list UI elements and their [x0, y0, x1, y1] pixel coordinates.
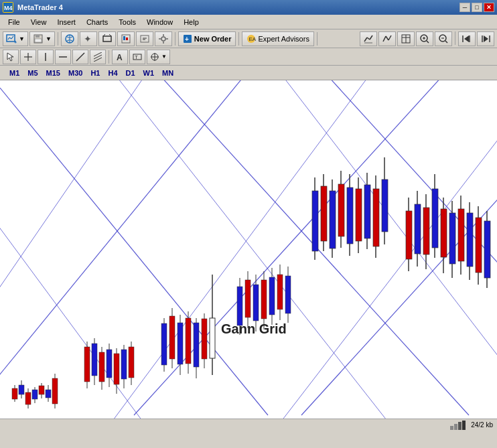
new-order-button[interactable]: + New Order — [178, 31, 236, 46]
svg-rect-167 — [467, 213, 473, 267]
menu-tools[interactable]: Tools — [113, 17, 141, 27]
svg-line-39 — [427, 41, 429, 43]
tf-mn[interactable]: MN — [158, 68, 178, 78]
svg-rect-89 — [46, 390, 51, 398]
title-bar: M4 MetaTrader 4 ─ □ ✕ — [0, 0, 497, 15]
status-bar: 24/2 kb — [0, 419, 497, 431]
svg-rect-171 — [484, 221, 490, 278]
title-text: MetaTrader 4 — [17, 3, 63, 11]
svg-rect-111 — [178, 323, 183, 364]
move-button[interactable]: ✦ — [80, 31, 97, 46]
menu-file[interactable]: File — [3, 17, 25, 27]
svg-text:+: + — [14, 40, 17, 44]
connect-button[interactable] — [61, 31, 78, 46]
svg-rect-161 — [441, 209, 447, 257]
svg-rect-133 — [285, 276, 291, 313]
svg-rect-9 — [36, 35, 40, 38]
zoom-select-button[interactable] — [98, 31, 116, 46]
period-sep-button[interactable] — [378, 31, 396, 46]
svg-rect-145 — [356, 189, 362, 241]
settings-button[interactable] — [155, 31, 172, 46]
tf-d1[interactable]: D1 — [122, 68, 139, 78]
svg-rect-137 — [321, 186, 327, 241]
svg-rect-153 — [406, 211, 412, 259]
scroll-end-button[interactable] — [458, 31, 476, 46]
expert-advisors-button[interactable]: EA Expert Advisors — [242, 31, 313, 46]
text-tool[interactable]: A — [112, 50, 128, 64]
crosshair-tool[interactable] — [20, 50, 36, 64]
svg-rect-93 — [84, 347, 90, 382]
status-right: 24/2 kb — [450, 421, 493, 430]
svg-rect-151 — [382, 179, 388, 232]
tf-m1[interactable]: M1 — [5, 68, 23, 78]
tf-h1[interactable]: H1 — [86, 68, 104, 78]
timeframe-bar: M1 M5 M15 M30 H1 H4 D1 W1 MN — [0, 66, 497, 80]
svg-line-30 — [370, 35, 372, 40]
svg-rect-105 — [129, 347, 134, 378]
svg-rect-143 — [347, 188, 353, 244]
menu-insert[interactable]: Insert — [52, 17, 81, 27]
svg-line-4 — [9, 38, 11, 39]
svg-text:✦: ✦ — [84, 33, 92, 44]
svg-rect-99 — [106, 350, 112, 378]
svg-text:EA: EA — [249, 36, 257, 42]
tf-w1[interactable]: W1 — [139, 68, 159, 78]
svg-line-34 — [388, 35, 391, 40]
properties-button[interactable] — [136, 31, 153, 46]
svg-rect-129 — [269, 277, 275, 315]
tf-h4[interactable]: H4 — [104, 68, 121, 78]
svg-marker-51 — [7, 53, 13, 61]
zoom-in-button[interactable] — [416, 31, 433, 46]
svg-rect-159 — [432, 189, 438, 248]
trendline-tool[interactable] — [72, 50, 88, 64]
svg-rect-123 — [245, 280, 251, 317]
svg-rect-107 — [161, 323, 167, 365]
tf-m30[interactable]: M30 — [64, 68, 86, 78]
autoscroll-button[interactable] — [477, 31, 494, 46]
svg-rect-97 — [99, 352, 104, 382]
menu-charts[interactable]: Charts — [81, 17, 113, 27]
tf-m5[interactable]: M5 — [23, 68, 42, 78]
text-label-tool[interactable]: T — [129, 50, 145, 64]
chart-area[interactable]: Gann Grid — [0, 80, 497, 419]
svg-text:+: + — [185, 35, 189, 43]
svg-rect-163 — [449, 213, 455, 264]
svg-rect-81 — [19, 385, 24, 394]
cursor-tool[interactable] — [3, 50, 19, 64]
svg-rect-91 — [52, 378, 58, 404]
template-button[interactable] — [397, 31, 415, 46]
toolbar-separator-3 — [238, 32, 239, 46]
svg-rect-10 — [35, 39, 42, 42]
history-button[interactable] — [117, 31, 135, 46]
equidistant-channel-tool[interactable] — [90, 50, 106, 64]
status-signal-icon — [450, 421, 466, 430]
zoom-out-button[interactable] — [435, 31, 452, 46]
toolbar-separator — [58, 32, 58, 46]
fibonacci-tool[interactable]: ▼ — [147, 50, 170, 64]
vertical-line-tool[interactable] — [38, 50, 54, 64]
close-button[interactable]: ✕ — [484, 3, 494, 12]
menu-view[interactable]: View — [25, 17, 52, 27]
menu-help[interactable]: Help — [178, 17, 204, 27]
svg-text:M4: M4 — [4, 5, 13, 11]
svg-rect-87 — [39, 386, 44, 394]
horizontal-line-tool[interactable] — [55, 50, 71, 64]
tf-m15[interactable]: M15 — [42, 68, 64, 78]
svg-rect-131 — [277, 275, 283, 309]
new-chart-button[interactable]: + ▼ — [3, 31, 28, 46]
svg-rect-95 — [92, 344, 97, 376]
maximize-button[interactable]: □ — [472, 3, 482, 12]
svg-rect-103 — [121, 350, 127, 379]
toolbar2-drawing: A T ▼ — [0, 48, 497, 66]
svg-rect-85 — [32, 390, 38, 399]
svg-line-56 — [76, 53, 84, 61]
menu-window[interactable]: Window — [141, 17, 178, 27]
svg-rect-141 — [338, 184, 344, 236]
svg-rect-113 — [186, 318, 191, 364]
indicator-button[interactable] — [360, 31, 377, 46]
svg-rect-20 — [141, 35, 149, 42]
svg-line-33 — [386, 36, 388, 40]
minimize-button[interactable]: ─ — [459, 3, 470, 12]
svg-line-5 — [11, 36, 13, 39]
save-button[interactable]: ▼ — [29, 31, 55, 46]
